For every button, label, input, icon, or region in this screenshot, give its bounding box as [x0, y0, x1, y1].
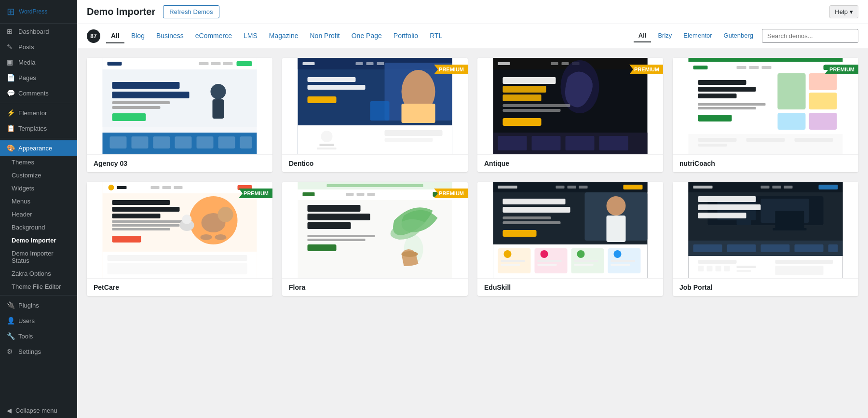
svg-rect-164: [784, 186, 793, 189]
appearance-label: Appearance: [18, 145, 52, 152]
svg-rect-117: [367, 193, 375, 196]
demo-card-agency03[interactable]: Agency 03: [87, 58, 272, 172]
demo-label-antique: Antique: [477, 154, 663, 172]
filter-tabs: 87 All Blog Business eCommerce LMS Magaz…: [87, 29, 447, 43]
svg-point-8: [211, 84, 226, 99]
sidebar-item-comments[interactable]: 💬 Comments: [0, 85, 77, 101]
sidebar-item-media[interactable]: ▣ Media: [0, 54, 77, 70]
sidebar-item-elementor[interactable]: ⚡ Elementor: [0, 105, 77, 121]
svg-rect-75: [778, 73, 806, 109]
filter-tab-magazine[interactable]: Magazine: [264, 29, 303, 43]
sidebar-item-templates[interactable]: 📋 Templates: [0, 121, 77, 136]
sidebar-sub-theme-file-editor[interactable]: Theme File Editor: [0, 280, 77, 293]
filter-tab-rtl[interactable]: RTL: [425, 29, 447, 43]
filter-tab-nonprofit[interactable]: Non Profit: [305, 29, 344, 43]
demo-thumb-agency03: [87, 58, 272, 154]
sidebar-sub-header[interactable]: Header: [0, 208, 77, 221]
users-icon: 👤: [7, 317, 14, 324]
sidebar-item-settings[interactable]: ⚙ Settings: [0, 344, 77, 359]
svg-rect-138: [503, 230, 537, 237]
sidebar-sub-widgets[interactable]: Widgets: [0, 182, 77, 195]
page-title: Demo Importer: [87, 6, 155, 17]
sidebar-sub-demo-importer[interactable]: Demo Importer: [0, 234, 77, 247]
svg-rect-132: [579, 186, 588, 189]
svg-rect-175: [698, 213, 746, 218]
collapse-menu[interactable]: ◀ Collapse menu: [0, 403, 77, 418]
sidebar-item-tools[interactable]: 🔧 Tools: [0, 328, 77, 344]
filter-tab-portfolio[interactable]: Portfolio: [389, 29, 423, 43]
svg-rect-95: [112, 214, 161, 218]
svg-rect-150: [538, 264, 557, 266]
sidebar-item-dashboard[interactable]: ⊞ Dashboard: [0, 24, 77, 39]
demo-card-nutricoach[interactable]: PREMIUM nutriCoach: [673, 58, 858, 172]
dashboard-label: Dashboard: [18, 28, 49, 35]
sidebar-sub-customize[interactable]: Customize: [0, 169, 77, 182]
svg-rect-114: [303, 192, 315, 196]
demo-card-eduskill[interactable]: EduSkill: [477, 182, 663, 296]
svg-rect-65: [749, 66, 759, 69]
elementor-icon: ⚡: [7, 109, 14, 117]
demo-card-jobportal[interactable]: Job Portal: [673, 182, 858, 296]
filter-tab-ecommerce[interactable]: eCommerce: [190, 29, 237, 43]
builder-tab-elementor[interactable]: Elementor: [678, 29, 717, 42]
filter-tab-all[interactable]: All: [106, 29, 124, 43]
zakra-options-label: Zakra Options: [12, 270, 51, 277]
filter-tab-lms[interactable]: LMS: [239, 29, 262, 43]
customize-label: Customize: [12, 172, 41, 179]
svg-rect-149: [538, 260, 562, 262]
demo-card-petcare[interactable]: PREMIUM PetCare: [87, 182, 272, 296]
svg-rect-21: [218, 136, 235, 148]
sidebar-item-appearance[interactable]: 🎨 Appearance: [0, 140, 77, 156]
builder-tab-gutenberg[interactable]: Gutenberg: [719, 29, 758, 42]
filter-tab-business[interactable]: Business: [151, 29, 189, 43]
svg-rect-171: [773, 228, 807, 230]
filter-tab-onepage[interactable]: One Page: [347, 29, 387, 43]
svg-rect-129: [498, 186, 517, 189]
demo-card-flora[interactable]: PREMIUM Flora: [282, 182, 468, 296]
help-button[interactable]: Help ▾: [829, 5, 858, 18]
svg-rect-177: [693, 244, 722, 252]
sidebar-item-plugins[interactable]: 🔌 Plugins: [0, 297, 77, 313]
sidebar-logo: ⊞ WordPress: [0, 0, 77, 24]
search-input[interactable]: [762, 29, 858, 43]
svg-rect-70: [698, 94, 737, 98]
sidebar-item-users[interactable]: 👤 Users: [0, 313, 77, 328]
svg-rect-89: [151, 186, 160, 189]
svg-rect-188: [737, 266, 756, 268]
site-name: WordPress: [19, 8, 47, 15]
sidebar-item-pages[interactable]: 📄 Pages: [0, 70, 77, 85]
sidebar-sub-zakra-options[interactable]: Zakra Options: [0, 267, 77, 280]
demo-count-badge: 87: [87, 29, 100, 43]
svg-rect-185: [707, 266, 713, 271]
sidebar-sub-menus[interactable]: Menus: [0, 195, 77, 208]
svg-rect-72: [698, 107, 756, 109]
svg-point-37: [321, 131, 333, 142]
settings-label: Settings: [18, 348, 41, 355]
comments-icon: 💬: [7, 89, 14, 97]
refresh-demos-button[interactable]: Refresh Demos: [163, 5, 219, 18]
svg-rect-46: [562, 62, 569, 65]
svg-rect-16: [110, 136, 127, 148]
svg-rect-2: [108, 62, 122, 66]
builder-tab-all[interactable]: All: [634, 29, 651, 42]
svg-rect-109: [108, 263, 247, 274]
filter-tab-blog[interactable]: Blog: [126, 29, 149, 43]
svg-rect-123: [308, 239, 366, 241]
plugins-label: Plugins: [18, 302, 39, 309]
sidebar-sub-background[interactable]: Background: [0, 221, 77, 234]
svg-rect-98: [112, 228, 170, 230]
svg-rect-181: [828, 244, 838, 252]
topbar-left: Demo Importer Refresh Demos: [87, 5, 219, 18]
svg-rect-124: [308, 244, 337, 251]
demo-card-antique[interactable]: PREMIUM Antique: [477, 58, 663, 172]
svg-rect-90: [163, 186, 171, 189]
sidebar-item-posts[interactable]: ✎ Posts: [0, 39, 77, 54]
builder-tab-brizy[interactable]: Brizy: [653, 29, 677, 42]
svg-rect-115: [346, 193, 354, 196]
svg-rect-154: [574, 264, 594, 266]
svg-point-102: [218, 207, 233, 222]
demo-card-dentico[interactable]: PREMIUM Dentico: [282, 58, 468, 172]
sidebar-sub-demo-importer-status[interactable]: Demo Importer Status: [0, 247, 77, 267]
svg-rect-63: [693, 66, 708, 69]
sidebar-sub-themes[interactable]: Themes: [0, 156, 77, 169]
